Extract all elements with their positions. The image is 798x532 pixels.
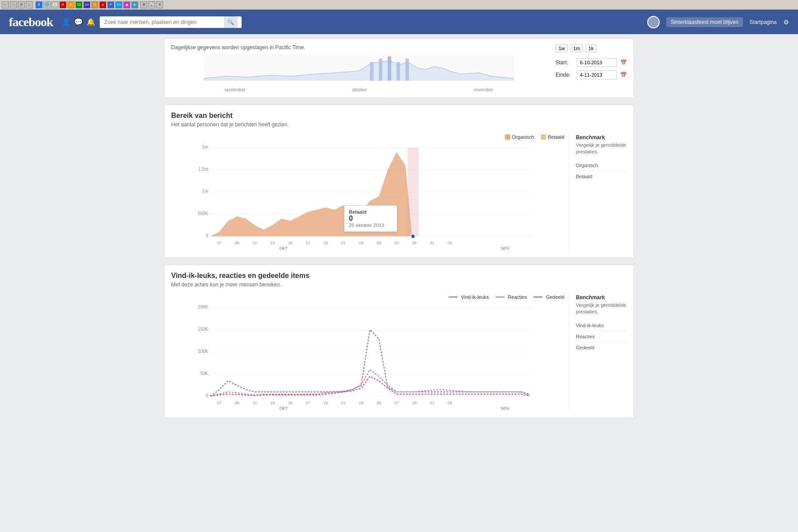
legend-betaald-label: Betaald: [548, 134, 564, 140]
end-date-input[interactable]: [577, 70, 617, 79]
toolbar-icon-2[interactable]: 🌐: [43, 1, 51, 8]
toolbar-icon-13[interactable]: fb: [131, 1, 138, 8]
toolbar-icon-12[interactable]: ▣: [123, 1, 130, 8]
svg-text:0: 0: [206, 393, 208, 398]
benchmark-organisch[interactable]: Organisch: [576, 160, 627, 171]
vind-benchmark-title: Benchmark: [576, 294, 627, 301]
notification-link[interactable]: Sinterklaasfeest moet blijven: [666, 17, 743, 27]
bereik-legend: Organisch Betaald: [171, 134, 564, 140]
benchmark-reacties[interactable]: Reacties: [576, 331, 627, 342]
svg-text:OKT: OKT: [279, 246, 288, 250]
toolbar-icon-10[interactable]: P: [107, 1, 114, 8]
start-date-input[interactable]: [577, 58, 617, 67]
svg-text:03: 03: [447, 401, 452, 405]
back-btn[interactable]: ←: [2, 1, 9, 8]
benchmark-gedeeld[interactable]: Gedeeld: [576, 342, 627, 353]
settings-icon[interactable]: ⚙: [783, 19, 789, 26]
search-input[interactable]: [100, 16, 224, 28]
bereik-chart-container: Organisch Betaald 2m 1,5m 1m 500K: [171, 134, 627, 251]
legend-gedeeld: Gedeeld: [533, 294, 564, 300]
bereik-benchmark-desc: Vergelijk je gemiddelde prestaties.: [576, 142, 627, 156]
search-button[interactable]: 🔍: [224, 16, 238, 28]
svg-marker-17: [211, 152, 532, 236]
legend-organisch-label: Organisch: [512, 134, 534, 140]
date-range-right: 1w 1m 1k Start: 📅 Einde: 📅: [555, 44, 627, 79]
label-november: november: [473, 87, 493, 92]
toolbar-icon-4[interactable]: R: [59, 1, 66, 8]
date-range-info: Dagelijkse gegevens worden opgeslagen in…: [171, 44, 547, 51]
svg-rect-5: [397, 62, 400, 81]
legend-betaald: Betaald: [541, 134, 564, 140]
svg-text:21: 21: [341, 401, 345, 405]
svg-text:23: 23: [359, 401, 363, 405]
svg-text:OKT: OKT: [279, 406, 288, 410]
toolbar-right-1[interactable]: ⚙: [140, 1, 147, 8]
toolbar-icon-9[interactable]: A: [99, 1, 106, 8]
facebook-logo: facebook: [9, 15, 53, 29]
svg-text:25: 25: [376, 401, 381, 405]
toolbar-right-3[interactable]: ✕: [156, 1, 163, 8]
range-1w-btn[interactable]: 1w: [555, 44, 568, 52]
home-btn[interactable]: ⌂: [26, 1, 33, 8]
date-range-left: Dagelijkse gegevens worden opgeslagen in…: [171, 44, 547, 92]
header-notifications-icon[interactable]: 🔔: [86, 18, 95, 26]
svg-text:25: 25: [376, 241, 381, 245]
start-calendar-icon[interactable]: 📅: [620, 59, 627, 66]
svg-text:NOV: NOV: [501, 246, 510, 250]
bereik-chart-main: Organisch Betaald 2m 1,5m 1m 500K: [171, 134, 569, 251]
fwd-btn[interactable]: →: [10, 1, 17, 8]
svg-text:29: 29: [412, 241, 416, 245]
legend-vind-line: [449, 297, 458, 297]
toolbar-icon-1[interactable]: f: [35, 1, 43, 8]
benchmark-vind[interactable]: Vind-ik-leuks: [576, 320, 627, 331]
home-link[interactable]: Startpagina: [750, 19, 777, 25]
svg-text:NOV: NOV: [501, 406, 510, 410]
toolbar-icon-7[interactable]: DX: [83, 1, 90, 8]
svg-text:150K: 150K: [198, 327, 208, 332]
toolbar-right-2[interactable]: 📡: [148, 1, 155, 8]
svg-text:11: 11: [252, 241, 257, 245]
range-1m-btn[interactable]: 1m: [570, 44, 583, 52]
header-messages-icon[interactable]: 💬: [74, 18, 83, 26]
vind-title: Vind-ik-leuks, reacties en gedeelde item…: [171, 272, 627, 280]
legend-gedeeld-label: Gedeeld: [546, 294, 564, 300]
legend-reacties-line: [496, 297, 505, 297]
bereik-subtitle: Het aantal personen dat je berichten hee…: [171, 121, 627, 128]
label-september: september: [224, 87, 245, 92]
range-1k-btn[interactable]: 1k: [585, 44, 597, 52]
svg-text:31: 31: [430, 401, 434, 405]
svg-text:09: 09: [235, 241, 239, 245]
svg-text:50K: 50K: [200, 371, 208, 376]
benchmark-betaald[interactable]: Betaald: [576, 171, 627, 182]
mini-chart-labels: september oktober november: [171, 87, 547, 92]
end-calendar-icon[interactable]: 📅: [620, 72, 627, 78]
svg-text:100K: 100K: [198, 349, 208, 354]
toolbar-icon-8[interactable]: G: [91, 1, 98, 8]
svg-text:1,5m: 1,5m: [198, 167, 208, 172]
toolbar-icon-5[interactable]: P: [67, 1, 74, 8]
legend-reacties: Reacties: [496, 294, 527, 300]
vind-chart-svg: 200K 150K 100K 50K 0: [171, 303, 564, 410]
start-date-row: Start: 📅: [555, 58, 627, 67]
svg-text:23: 23: [359, 241, 363, 245]
vind-chart-main: Vind-ik-leuks Reacties Gedeeld 200K 1: [171, 294, 569, 411]
toolbar-icon-11[interactable]: PS: [115, 1, 122, 8]
bereik-title: Bereik van bericht: [171, 112, 627, 120]
svg-rect-4: [388, 56, 391, 81]
search-box: 🔍: [100, 16, 242, 28]
header-people-icon[interactable]: 👤: [62, 18, 70, 26]
legend-organisch-color: [505, 134, 510, 140]
bereik-chart-svg: 2m 1,5m 1m 500K 0: [171, 143, 564, 250]
toolbar-icon-6[interactable]: TD: [75, 1, 82, 8]
svg-rect-2: [370, 62, 374, 81]
end-date-row: Einde: 📅: [555, 70, 627, 79]
vind-legend: Vind-ik-leuks Reacties Gedeeld: [171, 294, 564, 300]
avatar[interactable]: [647, 16, 660, 28]
browser-icons: ← → ⟳ ⌂ f 🌐 📧 R P TD DX G A P PS ▣ fb ⚙ …: [2, 1, 163, 8]
svg-point-19: [411, 234, 415, 239]
svg-text:200K: 200K: [198, 305, 208, 309]
toolbar-icon-3[interactable]: 📧: [51, 1, 59, 8]
svg-text:15: 15: [288, 241, 292, 245]
reload-btn[interactable]: ⟳: [18, 1, 25, 8]
svg-text:13: 13: [270, 401, 274, 405]
